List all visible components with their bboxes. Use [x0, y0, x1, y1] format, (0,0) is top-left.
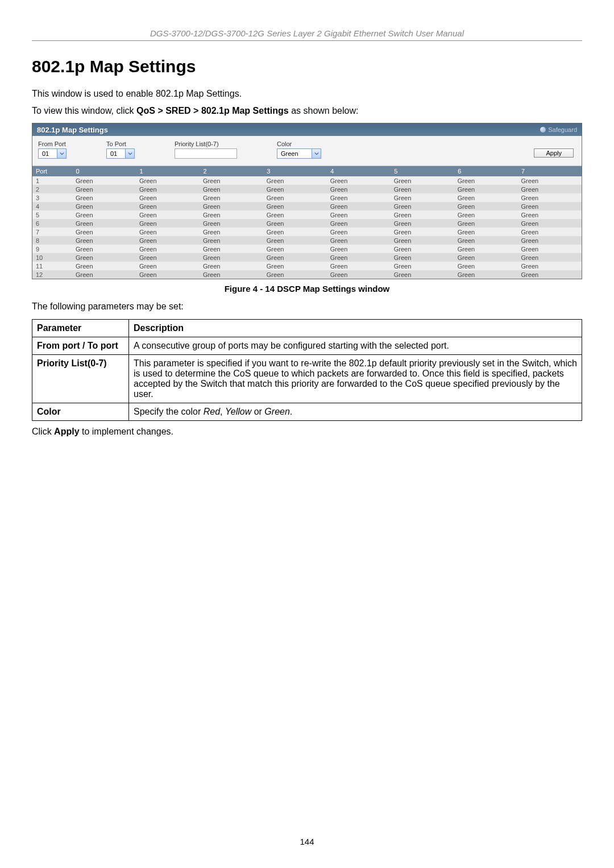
value-cell: Green — [72, 228, 136, 236]
port-cell: 12 — [32, 270, 72, 279]
value-cell: Green — [391, 262, 454, 270]
port-cell: 2 — [32, 185, 72, 193]
table-row: 8GreenGreenGreenGreenGreenGreenGreenGree… — [32, 236, 582, 245]
from-port-dropdown[interactable]: 01 — [38, 148, 67, 159]
value-cell: Green — [136, 245, 200, 253]
color-red-text: Red — [204, 407, 220, 416]
table-row: 12GreenGreenGreenGreenGreenGreenGreenGre… — [32, 270, 582, 279]
intro-text: This window is used to enable 802.1p Map… — [32, 88, 582, 100]
value-cell: Green — [200, 236, 263, 245]
value-cell: Green — [327, 228, 391, 236]
value-cell: Green — [72, 193, 136, 202]
value-cell: Green — [263, 193, 327, 202]
to-port-label: To Port — [106, 140, 135, 147]
value-cell: Green — [391, 228, 454, 236]
text-span: to implement changes. — [80, 427, 173, 436]
value-cell: Green — [391, 245, 454, 253]
value-cell: Green — [200, 270, 263, 279]
value-cell: Green — [200, 245, 263, 253]
chevron-down-icon — [57, 149, 66, 158]
value-cell: Green — [518, 219, 582, 228]
value-cell: Green — [136, 185, 200, 193]
text-span: or — [251, 407, 264, 416]
to-port-value: 01 — [110, 150, 117, 157]
port-cell: 1 — [32, 176, 72, 185]
value-cell: Green — [391, 176, 454, 185]
text-span: . — [290, 407, 292, 416]
value-cell: Green — [136, 202, 200, 210]
page-header: DGS-3700-12/DGS-3700-12G Series Layer 2 … — [32, 28, 582, 41]
table-header-cell: 4 — [327, 166, 391, 176]
value-cell: Green — [72, 210, 136, 219]
apply-button[interactable]: Apply — [534, 148, 574, 158]
value-cell: Green — [518, 236, 582, 245]
value-cell: Green — [200, 262, 263, 270]
table-header-cell: 6 — [454, 166, 518, 176]
value-cell: Green — [72, 236, 136, 245]
safeguard-label: Safeguard — [548, 126, 577, 133]
window-titlebar: 802.1p Map Settings Safeguard — [32, 123, 582, 136]
value-cell: Green — [136, 236, 200, 245]
value-cell: Green — [263, 202, 327, 210]
value-cell: Green — [263, 176, 327, 185]
value-cell: Green — [327, 193, 391, 202]
value-cell: Green — [391, 210, 454, 219]
port-cell: 3 — [32, 193, 72, 202]
window-title: 802.1p Map Settings — [37, 126, 108, 134]
value-cell: Green — [72, 262, 136, 270]
param-name-cell: Color — [32, 403, 129, 420]
page-number: 144 — [0, 837, 614, 846]
value-cell: Green — [327, 236, 391, 245]
param-name-cell: Priority List(0-7) — [32, 354, 129, 403]
controls-row: From Port 01 To Port 01 Priority List(0-… — [32, 136, 582, 166]
value-cell: Green — [454, 228, 518, 236]
color-yellow-text: Yellow — [225, 407, 251, 416]
text-span: Specify the color — [134, 407, 204, 416]
table-header-cell: 0 — [72, 166, 136, 176]
value-cell: Green — [327, 210, 391, 219]
value-cell: Green — [391, 185, 454, 193]
color-dropdown[interactable]: Green — [277, 148, 321, 159]
table-row: 4GreenGreenGreenGreenGreenGreenGreenGree… — [32, 202, 582, 210]
value-cell: Green — [136, 262, 200, 270]
value-cell: Green — [263, 253, 327, 262]
value-cell: Green — [518, 185, 582, 193]
value-cell: Green — [200, 253, 263, 262]
priority-list-input[interactable] — [175, 148, 237, 159]
table-header-cell: Port — [32, 166, 72, 176]
color-green-text: Green — [264, 407, 289, 416]
table-row: 3GreenGreenGreenGreenGreenGreenGreenGree… — [32, 193, 582, 202]
value-cell: Green — [518, 270, 582, 279]
value-cell: Green — [518, 202, 582, 210]
value-cell: Green — [454, 185, 518, 193]
value-cell: Green — [454, 245, 518, 253]
value-cell: Green — [454, 253, 518, 262]
value-cell: Green — [327, 202, 391, 210]
value-cell: Green — [136, 219, 200, 228]
value-cell: Green — [72, 202, 136, 210]
port-cell: 8 — [32, 236, 72, 245]
port-cell: 9 — [32, 245, 72, 253]
value-cell: Green — [72, 270, 136, 279]
value-cell: Green — [327, 185, 391, 193]
apply-note: Click Apply to implement changes. — [32, 425, 582, 438]
value-cell: Green — [136, 176, 200, 185]
table-row: 2GreenGreenGreenGreenGreenGreenGreenGree… — [32, 185, 582, 193]
text-span: Click — [32, 427, 54, 436]
from-port-label: From Port — [38, 140, 67, 147]
port-cell: 5 — [32, 210, 72, 219]
to-port-dropdown[interactable]: 01 — [106, 148, 135, 159]
section-title: 802.1p Map Settings — [32, 57, 582, 76]
chevron-down-icon — [312, 149, 321, 158]
value-cell: Green — [518, 228, 582, 236]
apply-keyword: Apply — [54, 427, 79, 436]
table-row: 5GreenGreenGreenGreenGreenGreenGreenGree… — [32, 210, 582, 219]
value-cell: Green — [454, 176, 518, 185]
value-cell: Green — [327, 270, 391, 279]
param-name-cell: From port / To port — [32, 337, 129, 354]
priority-list-label: Priority List(0-7) — [175, 140, 237, 147]
value-cell: Green — [391, 219, 454, 228]
table-row: 1GreenGreenGreenGreenGreenGreenGreenGree… — [32, 176, 582, 185]
table-header-cell: 1 — [136, 166, 200, 176]
value-cell: Green — [136, 228, 200, 236]
